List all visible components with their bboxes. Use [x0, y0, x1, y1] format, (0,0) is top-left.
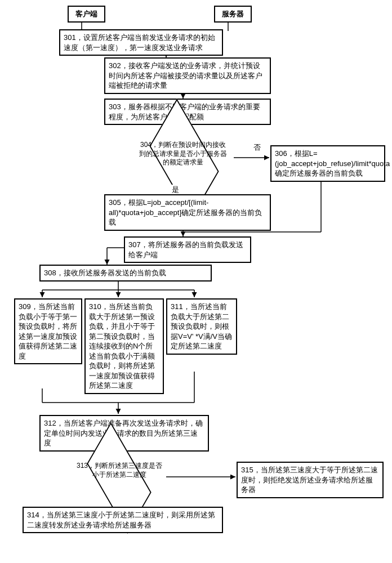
- step-311: 311，当所述当前负载大于所述第二预设负载时，则根据V=V' *V满/V当确定所…: [166, 298, 237, 355]
- decision-304: 304，判断在预设时间内接收到的总请求量是否小于服务器的额定请求量: [144, 132, 222, 183]
- step-314: 314，当所述第三速度小于所述第二速度时，则采用所述第二速度转发所述业务请求给所…: [23, 507, 223, 533]
- edge-no-304: 否: [253, 142, 261, 153]
- step-310: 310，当所述当前负载大于所述第一预设负载，并且小于等于第二预设负载时，当连续接…: [84, 298, 164, 394]
- step-305: 305，根据L=job_accept/[(limit-all)*quota+jo…: [104, 194, 271, 231]
- decision-313: 313，判断所述第三速度是否小于所述第二速度: [80, 455, 156, 499]
- lane-header-server: 服务器: [214, 6, 252, 23]
- step-315: 315，当所述第三速度大于等于所述第二速度时，则拒绝发送所述业务请求给所述服务器: [237, 462, 384, 498]
- lane-header-client: 客户端: [68, 6, 105, 23]
- step-302: 302，接收客户端发送的业务请求，并统计预设时间内所述客户端被接受的请求量以及所…: [104, 57, 271, 94]
- step-301: 301，设置所述客户端当前发送业务请求的初始速度（第一速度），第一速度发送业务请…: [59, 29, 223, 56]
- step-308: 308，接收所述服务器发送的当前负载: [39, 265, 212, 282]
- step-307: 307，将所述服务器的当前负载发送给客户端: [124, 236, 251, 263]
- step-309: 309，当所述当前负载小于等于第一预设负载时，将所述第一速度加预设值获得所述第二…: [14, 298, 82, 364]
- edge-yes-304: 是: [172, 185, 179, 195]
- step-306: 306，根据L=(job_accept+job_refuse)/limit*qu…: [270, 145, 385, 182]
